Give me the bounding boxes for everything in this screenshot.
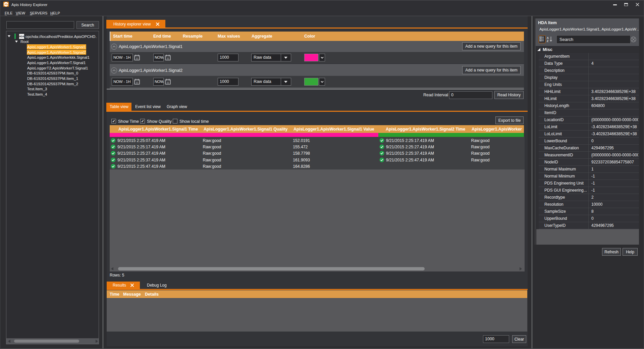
svg-text:Z: Z [547, 39, 548, 43]
svg-text:31: 31 [136, 57, 139, 60]
svg-text:Hx: Hx [5, 2, 9, 6]
svg-text:31: 31 [166, 57, 169, 60]
svg-text:31: 31 [136, 81, 139, 84]
svg-text:31: 31 [166, 81, 169, 84]
